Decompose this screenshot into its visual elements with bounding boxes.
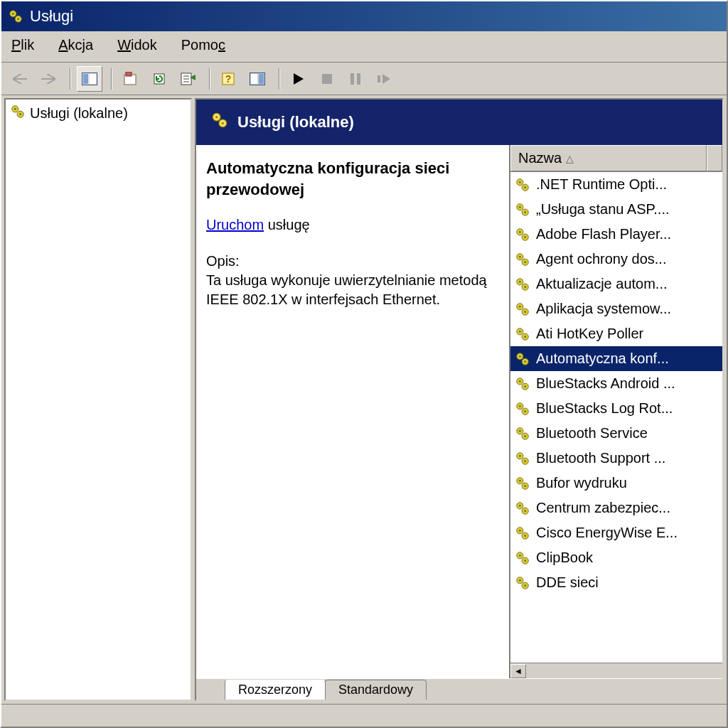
service-row[interactable]: Agent ochrony dos... [510, 247, 722, 272]
scroll-left-button[interactable]: ◄ [510, 664, 526, 678]
toolbar: ? [1, 63, 727, 95]
selected-service-title: Automatyczna konfiguracja sieci przewodo… [206, 158, 499, 200]
show-hide-tree-button[interactable] [77, 66, 102, 92]
service-name: Adobe Flash Player... [536, 226, 671, 242]
service-row[interactable]: Automatyczna konf... [510, 346, 722, 371]
svg-point-85 [519, 504, 521, 506]
list-body[interactable]: .NET Runtime Opti...„Usługa stanu ASP...… [510, 172, 722, 663]
properties-button[interactable] [118, 66, 144, 92]
service-gear-icon [515, 252, 532, 267]
service-row[interactable]: Centrum zabezpiec... [510, 496, 722, 520]
svg-point-86 [524, 510, 526, 512]
menu-widok[interactable]: Widok [113, 36, 161, 55]
back-button[interactable] [7, 66, 33, 92]
description-block: Opis: Ta usługa wykonuje uwierzytelniani… [206, 252, 499, 309]
service-row[interactable]: BlueStacks Android ... [510, 371, 722, 396]
svg-rect-20 [350, 73, 354, 85]
service-gear-icon [515, 575, 532, 591]
start-service-link[interactable]: Uruchom [206, 217, 264, 232]
service-row[interactable]: BlueStacks Log Rot... [510, 396, 722, 421]
svg-point-77 [519, 454, 521, 456]
services-window: Usługi Plik Akcja Widok Pomoc ? Usługi (… [0, 0, 728, 728]
service-row[interactable]: Bluetooth Support ... [510, 446, 722, 471]
menu-akcja[interactable]: Akcja [54, 36, 97, 55]
help-button[interactable]: ? [216, 66, 242, 92]
svg-point-62 [524, 360, 526, 363]
tree-root-label: Usługi (lokalne) [30, 105, 128, 122]
service-row[interactable]: Bluetooth Service [510, 421, 722, 446]
svg-point-78 [524, 460, 526, 462]
service-row[interactable]: Adobe Flash Player... [510, 222, 722, 247]
toolbar-divider [111, 68, 112, 90]
svg-point-65 [519, 380, 521, 382]
svg-point-25 [14, 108, 16, 110]
service-row[interactable]: Aktualizacje autom... [510, 272, 722, 296]
service-row[interactable]: Ati HotKey Poller [510, 321, 722, 346]
stop-service-button[interactable] [314, 66, 340, 92]
service-row[interactable]: Bufor wydruku [510, 471, 722, 496]
svg-rect-18 [259, 74, 264, 84]
tab-extended[interactable]: Rozszerzony [225, 680, 326, 700]
service-name: Ati HotKey Poller [536, 326, 643, 342]
pause-service-button[interactable] [343, 66, 368, 92]
horizontal-scrollbar[interactable]: ◄ [510, 663, 722, 678]
statusbar [1, 704, 727, 727]
pane-title: Usługi (lokalne) [237, 113, 354, 132]
service-name: Agent ochrony dos... [536, 251, 666, 267]
list-header: Nazwa △ [510, 145, 722, 172]
svg-rect-6 [90, 74, 96, 84]
tree-pane[interactable]: Usługi (lokalne) [4, 98, 192, 701]
column-header-next[interactable] [707, 145, 722, 171]
svg-text:?: ? [225, 73, 232, 85]
services-icon [10, 104, 26, 123]
service-name: Centrum zabezpiec... [536, 500, 670, 516]
service-row[interactable]: Cisco EnergyWise E... [510, 520, 722, 545]
sort-ascending-icon: △ [566, 153, 574, 164]
forward-button[interactable] [36, 66, 61, 92]
service-gear-icon [515, 426, 532, 441]
svg-rect-8 [126, 72, 132, 76]
service-row[interactable]: ClipBook [510, 545, 722, 570]
service-gear-icon [515, 401, 532, 417]
start-service-button[interactable] [286, 66, 311, 92]
service-gear-icon [515, 476, 532, 491]
service-name: DDE sieci [536, 574, 599, 591]
export-list-button[interactable] [175, 66, 200, 92]
svg-point-26 [19, 113, 21, 115]
svg-point-3 [17, 18, 19, 20]
svg-point-38 [524, 211, 526, 213]
svg-point-30 [222, 122, 224, 124]
toolbar-divider [209, 68, 210, 90]
column-header-name[interactable]: Nazwa △ [510, 145, 707, 171]
svg-point-29 [215, 116, 218, 118]
services-icon [7, 8, 24, 25]
menu-plik[interactable]: Plik [7, 36, 38, 55]
service-name: BlueStacks Log Rot... [536, 400, 673, 417]
menu-pomoc[interactable]: Pomoc [177, 36, 230, 55]
svg-point-98 [524, 584, 526, 587]
svg-rect-22 [378, 75, 380, 82]
svg-rect-5 [83, 74, 88, 84]
service-name: BlueStacks Android ... [536, 375, 675, 392]
titlebar[interactable]: Usługi [1, 1, 727, 31]
svg-point-50 [524, 286, 526, 288]
svg-point-41 [519, 230, 521, 232]
svg-point-42 [524, 236, 526, 238]
show-hide-action-pane-button[interactable] [245, 66, 270, 92]
svg-point-33 [519, 181, 521, 183]
service-gear-icon [515, 500, 532, 516]
service-row[interactable]: Aplikacja systemow... [510, 296, 722, 321]
svg-point-81 [519, 479, 521, 481]
service-row[interactable]: „Usługa stanu ASP.... [510, 197, 722, 222]
service-row[interactable]: DDE sieci [510, 570, 722, 595]
detail-pane: Automatyczna konfiguracja sieci przewodo… [196, 145, 509, 678]
service-row[interactable]: .NET Runtime Opti... [510, 172, 722, 197]
restart-service-button[interactable] [371, 66, 397, 92]
view-tabs: Rozszerzony Standardowy [196, 678, 722, 700]
service-gear-icon [515, 227, 532, 242]
tree-root-item[interactable]: Usługi (lokalne) [9, 102, 188, 124]
tab-standard[interactable]: Standardowy [325, 680, 427, 700]
svg-point-66 [524, 385, 526, 387]
svg-point-82 [524, 485, 526, 487]
refresh-button[interactable] [146, 66, 172, 92]
